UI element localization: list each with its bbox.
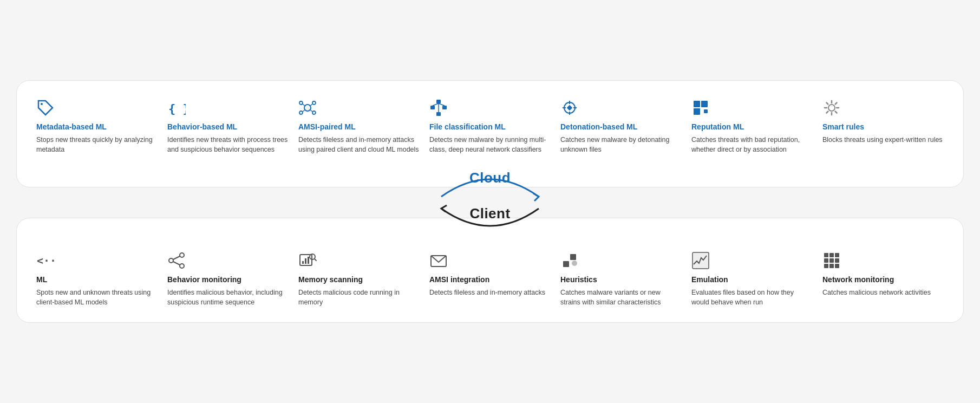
client-label-area: Client: [430, 203, 550, 238]
svg-rect-12: [430, 106, 435, 109]
item-behavior-monitoring: Behavior monitoringIdentifies malicious …: [167, 251, 298, 307]
svg-point-31: [169, 258, 173, 263]
svg-rect-55: [835, 264, 839, 268]
svg-rect-13: [442, 106, 447, 109]
svg-point-6: [312, 111, 316, 114]
item-desc-amsi-ml: Detects fileless and in-memory attacks u…: [298, 135, 420, 154]
item-title-behavior-monitoring: Behavior monitoring: [167, 275, 289, 284]
item-title-file-class-ml: File classification ML: [429, 122, 551, 132]
item-title-heuristics: Heuristics: [560, 275, 682, 284]
item-reputation-ml: Reputation MLCatches threats with bad re…: [691, 98, 822, 154]
item-desc-memory-scanning: Detects malicious code running in memory: [298, 288, 420, 307]
svg-rect-26: [701, 101, 708, 107]
item-heuristics: HeuristicsCatches malware variants or ne…: [560, 251, 691, 307]
item-emulation: EmulationEvaluates files based on how th…: [691, 251, 822, 307]
cloud-label-area: Cloud: [430, 167, 550, 202]
chart-wave-icon: [691, 251, 813, 270]
item-desc-file-class-ml: Detects new malware by running multi-cla…: [429, 135, 551, 154]
svg-point-4: [312, 101, 316, 105]
client-items-row: <···> MLSpots new and unknown threats us…: [36, 251, 944, 307]
item-amsi-integration: AMSI integrationDetects fileless and in-…: [429, 251, 560, 307]
svg-rect-27: [694, 108, 700, 115]
svg-point-0: [41, 103, 43, 105]
network-icon: [298, 98, 420, 118]
item-desc-amsi-integration: Detects fileless and in-memory attacks: [429, 288, 551, 297]
svg-text:<···>: <···>: [37, 254, 55, 267]
item-title-metadata-ml: Metadata-based ML: [36, 122, 158, 132]
item-desc-heuristics: Catches malware variants or new strains …: [560, 288, 682, 307]
item-title-amsi-ml: AMSI-paired ML: [298, 122, 420, 132]
svg-rect-37: [302, 261, 304, 264]
item-desc-behavior-ml: Identifies new threats with process tree…: [167, 135, 289, 154]
envelope-icon: [429, 251, 551, 270]
svg-line-34: [173, 256, 180, 259]
client-label: Client: [469, 205, 510, 222]
item-desc-behavior-monitoring: Identifies malicious behavior, including…: [167, 288, 289, 307]
dots-icon: [560, 251, 682, 270]
ml-client-icon: <···>: [36, 251, 158, 270]
svg-point-33: [180, 264, 184, 268]
main-container: Metadata-based MLStops new threats quick…: [16, 80, 964, 323]
item-title-network-monitoring: Network monitoring: [822, 275, 944, 284]
item-title-detonation-ml: Detonation-based ML: [560, 122, 682, 132]
item-amsi-ml: AMSI-paired MLDetects fileless and in-me…: [298, 98, 429, 154]
svg-rect-28: [704, 109, 708, 113]
svg-point-5: [299, 111, 303, 114]
item-smart-rules: Smart rulesBlocks threats using expert-w…: [822, 98, 944, 154]
item-title-amsi-integration: AMSI integration: [429, 275, 551, 284]
item-title-emulation: Emulation: [691, 275, 813, 284]
chart-search-icon: [298, 251, 420, 270]
svg-rect-53: [824, 264, 828, 268]
braces-icon: { }: [167, 98, 289, 118]
svg-rect-11: [436, 100, 441, 103]
svg-line-35: [173, 262, 180, 265]
item-detonation-ml: Detonation-based MLCatches new malware b…: [560, 98, 691, 154]
item-title-behavior-ml: Behavior-based ML: [167, 122, 289, 132]
item-desc-detonation-ml: Catches new malware by detonating unknow…: [560, 135, 682, 154]
svg-rect-39: [308, 257, 309, 264]
svg-rect-48: [829, 253, 834, 257]
cloud-panel: Metadata-based MLStops new threats quick…: [16, 80, 964, 187]
item-title-ml-client: ML: [36, 275, 158, 284]
gear-icon: [822, 98, 944, 118]
item-network-monitoring: Network monitoringCatches malicious netw…: [822, 251, 944, 307]
svg-point-45: [572, 261, 577, 266]
svg-point-3: [299, 101, 303, 105]
item-desc-network-monitoring: Catches malicious network activities: [822, 288, 944, 297]
item-ml-client: <···> MLSpots new and unknown threats us…: [36, 251, 167, 307]
squares-icon: [691, 98, 813, 118]
svg-rect-54: [829, 264, 834, 268]
svg-rect-43: [563, 261, 569, 267]
cloud-items-row: Metadata-based MLStops new threats quick…: [36, 98, 944, 154]
item-desc-reputation-ml: Catches threats with bad reputation, whe…: [691, 135, 813, 154]
hierarchy-icon: [429, 98, 551, 118]
svg-point-32: [180, 253, 184, 257]
cloud-label: Cloud: [469, 170, 511, 186]
svg-rect-47: [824, 253, 828, 257]
item-desc-emulation: Evaluates files based on how they would …: [691, 288, 813, 307]
grid-icon: [822, 251, 944, 270]
item-desc-metadata-ml: Stops new threats quickly by analyzing m…: [36, 135, 158, 154]
svg-rect-50: [824, 258, 828, 263]
svg-point-29: [828, 105, 835, 111]
svg-line-15: [433, 103, 439, 106]
item-memory-scanning: Memory scanningDetects malicious code ru…: [298, 251, 429, 307]
svg-text:{ }: { }: [168, 102, 186, 115]
svg-rect-25: [694, 101, 700, 107]
item-title-memory-scanning: Memory scanning: [298, 275, 420, 284]
client-panel: Client <···> MLSpots new and unknown thr…: [16, 218, 964, 323]
svg-rect-49: [835, 253, 839, 257]
svg-line-16: [439, 103, 445, 106]
item-desc-smart-rules: Blocks threats using expert-written rule…: [822, 135, 944, 145]
item-title-reputation-ml: Reputation ML: [691, 122, 813, 132]
crosshair-icon: [560, 98, 682, 118]
item-behavior-ml: { }Behavior-based MLIdentifies new threa…: [167, 98, 298, 154]
svg-rect-44: [570, 254, 576, 260]
item-metadata-ml: Metadata-based MLStops new threats quick…: [36, 98, 167, 154]
share-icon: [167, 251, 289, 270]
svg-point-2: [304, 105, 311, 111]
svg-rect-14: [436, 112, 441, 116]
tag-icon: [36, 98, 158, 118]
item-file-class-ml: File classification MLDetects new malwar…: [429, 98, 560, 154]
svg-rect-52: [835, 258, 839, 263]
